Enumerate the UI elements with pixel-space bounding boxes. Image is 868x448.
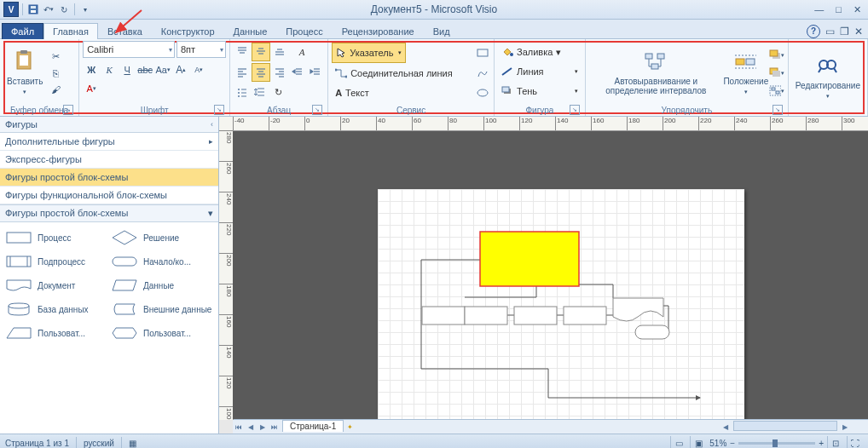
bring-front-icon[interactable]: ▾ xyxy=(769,48,784,63)
send-back-icon[interactable]: ▾ xyxy=(769,66,784,81)
minimize-icon[interactable]: — xyxy=(811,4,827,15)
copy-icon[interactable]: ⎘ xyxy=(48,66,63,81)
shadow-button[interactable]: Тень▾ xyxy=(498,82,582,101)
align-left-button[interactable] xyxy=(234,64,251,81)
shape-stencil-item[interactable]: Решение xyxy=(109,226,215,250)
tab-view[interactable]: Вид xyxy=(424,23,460,39)
ellipse-tool-icon[interactable] xyxy=(475,85,490,101)
minimize-ribbon-icon[interactable]: ▭ xyxy=(825,26,835,37)
paragraph-dialog-icon[interactable]: ↘ xyxy=(312,105,322,115)
save-icon[interactable] xyxy=(26,3,40,16)
macro-icon[interactable]: ▦ xyxy=(129,439,136,448)
tab-home[interactable]: Главная xyxy=(43,23,98,39)
font-name-select[interactable]: Calibri xyxy=(83,41,175,58)
text-tool-button[interactable]: AТекст xyxy=(332,83,373,102)
page-tab-1[interactable]: Страница-1 xyxy=(282,420,344,432)
full-screen-icon[interactable]: ⛶ xyxy=(847,436,863,448)
view-normal-icon[interactable]: ▭ xyxy=(670,436,686,448)
shape-stencil-item[interactable]: Начало/ко... xyxy=(109,250,215,273)
align-center-button[interactable] xyxy=(252,63,270,82)
format-painter-icon[interactable]: 🖌 xyxy=(48,82,63,97)
position-button[interactable]: Положение▾ xyxy=(725,41,767,105)
zoom-out-icon[interactable]: − xyxy=(730,439,735,448)
cut-icon[interactable]: ✂ xyxy=(48,49,63,65)
prev-page-icon[interactable]: ◀ xyxy=(245,421,257,433)
rotate-text-button[interactable]: ↻ xyxy=(269,83,286,101)
tab-data[interactable]: Данные xyxy=(224,23,277,39)
zoom-in-icon[interactable]: + xyxy=(819,439,824,448)
arrange-dialog-icon[interactable]: ↘ xyxy=(773,105,783,115)
tab-review[interactable]: Рецензирование xyxy=(333,23,424,39)
more-shapes-item[interactable]: Дополнительные фигуры▸ xyxy=(0,133,218,151)
decrease-indent-button[interactable] xyxy=(289,64,306,81)
new-page-icon[interactable]: ✦ xyxy=(344,421,356,433)
strike-button[interactable]: abc xyxy=(136,61,153,78)
shape-stencil-item[interactable]: Данные xyxy=(109,273,215,297)
quick-shapes-item[interactable]: Экспресс-фигуры xyxy=(0,151,218,169)
bullets-button[interactable] xyxy=(234,83,251,101)
drawing-canvas[interactable] xyxy=(233,131,868,419)
zoom-level[interactable]: 51% xyxy=(709,439,726,448)
line-button[interactable]: Линия▾ xyxy=(498,62,582,81)
font-dialog-icon[interactable]: ↘ xyxy=(214,105,224,115)
hscroll-right-icon[interactable]: ▶ xyxy=(839,421,851,433)
case-button[interactable]: Aa▾ xyxy=(154,61,171,78)
first-page-icon[interactable]: ⏮ xyxy=(233,421,245,433)
underline-button[interactable]: Ч xyxy=(119,61,136,78)
font-color-button[interactable]: A▾ xyxy=(83,80,100,97)
shape-stencil-item[interactable]: Подпроцесс xyxy=(3,250,109,273)
bold-button[interactable]: Ж xyxy=(83,61,100,78)
fill-button[interactable]: Заливка▾ xyxy=(498,43,582,61)
qat-customize-icon[interactable]: ▾ xyxy=(78,3,92,16)
basic-flowchart-item[interactable]: Фигуры простой блок-схемы xyxy=(0,169,218,187)
clipboard-dialog-icon[interactable]: ↘ xyxy=(63,105,73,115)
auto-align-button[interactable]: Автовыравнивание и определение интервало… xyxy=(589,41,723,105)
paste-button[interactable]: Вставить▾ xyxy=(3,41,46,105)
doc-restore-icon[interactable]: ❐ xyxy=(840,26,849,37)
text-direction-button[interactable]: A xyxy=(293,43,310,60)
connector-tool-button[interactable]: Соединительная линия xyxy=(332,64,455,83)
last-page-icon[interactable]: ⏭ xyxy=(269,421,281,433)
zoom-slider[interactable] xyxy=(738,442,815,445)
tab-process[interactable]: Процесс xyxy=(276,23,332,39)
view-full-icon[interactable]: ▣ xyxy=(690,436,706,448)
shape-stencil-item[interactable]: Процесс xyxy=(3,226,109,250)
align-middle-button[interactable] xyxy=(252,43,270,61)
redo-icon[interactable]: ↻ xyxy=(57,3,71,16)
editing-button[interactable]: Редактирование▾ xyxy=(792,41,864,114)
align-top-button[interactable] xyxy=(234,43,251,60)
shape-stencil-item[interactable]: Пользоват... xyxy=(109,321,215,345)
doc-close-icon[interactable]: ✕ xyxy=(854,26,863,37)
freeform-tool-icon[interactable] xyxy=(475,66,490,81)
shape-dialog-icon[interactable]: ↘ xyxy=(570,105,580,115)
pointer-tool-button[interactable]: Указатель▾ xyxy=(332,43,406,63)
tab-design[interactable]: Конструктор xyxy=(152,23,224,39)
help-icon[interactable]: ? xyxy=(807,25,820,38)
fit-page-icon[interactable]: ⊡ xyxy=(827,436,843,448)
tab-insert[interactable]: Вставка xyxy=(98,23,152,39)
italic-button[interactable]: К xyxy=(101,61,118,78)
undo-icon[interactable]: ↶▾ xyxy=(42,3,55,16)
functional-flowchart-item[interactable]: Фигуры функциональной блок-схемы xyxy=(0,187,218,204)
line-spacing-button[interactable] xyxy=(252,83,269,101)
increase-indent-button[interactable] xyxy=(307,64,324,81)
shapes-pane-title[interactable]: Фигуры‹ xyxy=(0,117,218,133)
align-bottom-button[interactable] xyxy=(271,43,288,60)
rectangle-tool-icon[interactable] xyxy=(475,45,490,60)
font-size-select[interactable]: 8пт xyxy=(176,41,226,58)
app-icon[interactable]: V xyxy=(3,2,19,17)
maximize-icon[interactable]: □ xyxy=(832,4,845,15)
tab-file[interactable]: Файл xyxy=(2,23,43,39)
grow-font-button[interactable]: A▴ xyxy=(172,61,189,78)
shrink-font-button[interactable]: A▾ xyxy=(190,61,207,78)
language-indicator[interactable]: русский xyxy=(84,439,114,448)
shape-stencil-item[interactable]: Пользоват... xyxy=(3,321,109,345)
group-icon[interactable]: ▾ xyxy=(769,83,784,99)
next-page-icon[interactable]: ▶ xyxy=(257,421,269,433)
hscroll-left-icon[interactable]: ◀ xyxy=(720,421,732,433)
shape-stencil-item[interactable]: Документ xyxy=(3,273,109,297)
shape-stencil-item[interactable]: База данных xyxy=(3,297,109,321)
align-right-button[interactable] xyxy=(271,64,288,81)
shape-stencil-item[interactable]: Внешние данные xyxy=(109,297,215,321)
close-icon[interactable]: ✕ xyxy=(850,4,865,15)
